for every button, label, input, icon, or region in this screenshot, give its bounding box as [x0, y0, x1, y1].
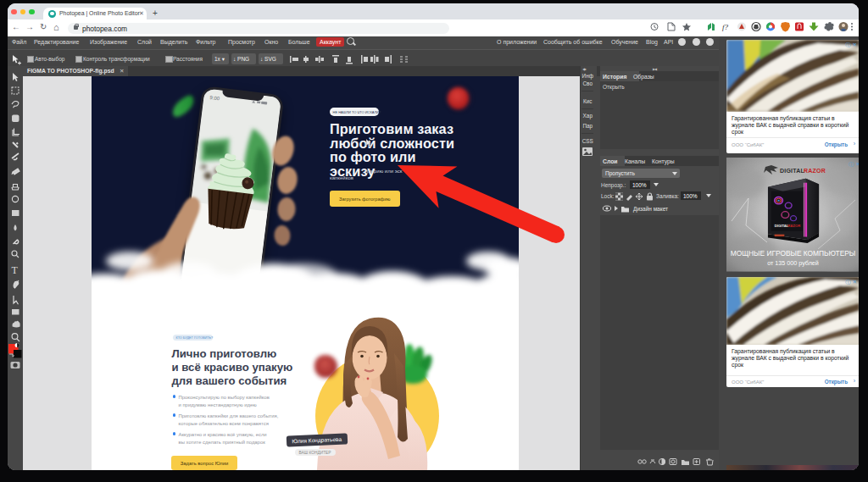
svg-text:T: T — [12, 264, 19, 276]
svg-text:f?: f? — [722, 23, 729, 31]
svg-text:от 135 000 рублей: от 135 000 рублей — [767, 259, 819, 267]
svg-text:DIGITAL: DIGITAL — [780, 168, 804, 174]
svg-text:RAZOR: RAZOR — [804, 168, 826, 174]
svg-text:RAZOR: RAZOR — [787, 224, 800, 228]
svg-text:МОЩНЫЕ ИГРОВЫЕ КОМПЬЮТЕРЫ: МОЩНЫЕ ИГРОВЫЕ КОМПЬЮТЕРЫ — [731, 249, 856, 258]
svg-text:ⓘ ✕: ⓘ ✕ — [849, 161, 859, 167]
